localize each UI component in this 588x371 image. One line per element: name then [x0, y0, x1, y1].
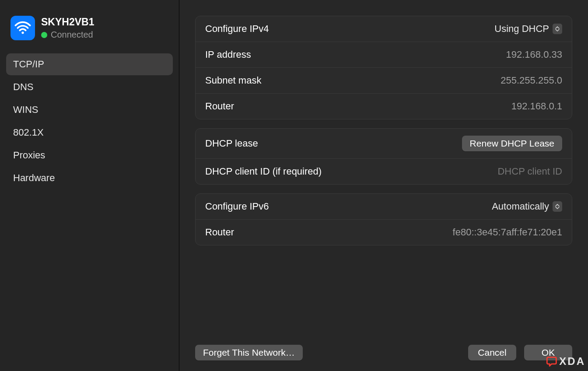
- row-dhcp-lease: DHCP lease Renew DHCP Lease: [196, 129, 572, 158]
- ok-button[interactable]: OK: [524, 345, 572, 360]
- configure-ipv4-popup[interactable]: Using DHCP: [494, 23, 562, 35]
- configure-ipv6-value: Automatically: [492, 201, 549, 212]
- main-content: Configure IPv4 Using DHCP IP address 192…: [179, 0, 588, 371]
- router-ipv4-label: Router: [205, 101, 234, 112]
- window: SKYH2VB1 Connected TCP/IP DNS WINS 802.1…: [0, 0, 588, 371]
- row-router-ipv4: Router 192.168.0.1: [196, 93, 572, 119]
- chevron-updown-icon: [553, 24, 562, 34]
- nav-item-tcpip[interactable]: TCP/IP: [6, 53, 173, 75]
- subnet-mask-label: Subnet mask: [205, 75, 261, 86]
- router-ipv6-label: Router: [205, 227, 234, 238]
- configure-ipv6-popup[interactable]: Automatically: [492, 201, 562, 212]
- row-ip-address: IP address 192.168.0.33: [196, 42, 572, 67]
- wifi-icon: [10, 16, 35, 40]
- row-configure-ipv4: Configure IPv4 Using DHCP: [196, 16, 572, 42]
- footer-bar: Forget This Network… Cancel OK: [195, 334, 572, 360]
- row-configure-ipv6: Configure IPv6 Automatically: [196, 194, 572, 219]
- ipv6-card: Configure IPv6 Automatically Router fe80…: [195, 193, 572, 245]
- nav-label: Proxies: [13, 150, 45, 161]
- dhcp-card: DHCP lease Renew DHCP Lease DHCP client …: [195, 128, 572, 185]
- router-ipv4-value: 192.168.0.1: [511, 101, 562, 112]
- nav-item-dns[interactable]: DNS: [6, 76, 173, 98]
- forget-network-button[interactable]: Forget This Network…: [195, 345, 303, 360]
- nav-item-8021x[interactable]: 802.1X: [6, 122, 173, 144]
- footer-right: Cancel OK: [468, 345, 572, 360]
- svg-point-0: [21, 32, 24, 34]
- nav-item-proxies[interactable]: Proxies: [6, 144, 173, 166]
- ip-address-value: 192.168.0.33: [506, 49, 562, 60]
- cancel-button[interactable]: Cancel: [468, 345, 516, 360]
- network-name: SKYH2VB1: [41, 16, 94, 28]
- nav-label: TCP/IP: [13, 59, 44, 70]
- nav-label: Hardware: [13, 172, 55, 183]
- nav-item-hardware[interactable]: Hardware: [6, 167, 173, 189]
- ip-address-label: IP address: [205, 49, 251, 60]
- nav-label: 802.1X: [13, 127, 44, 138]
- network-header: SKYH2VB1 Connected: [6, 5, 173, 48]
- connection-status-label: Connected: [51, 30, 93, 40]
- renew-dhcp-lease-button[interactable]: Renew DHCP Lease: [462, 136, 562, 151]
- configure-ipv4-value: Using DHCP: [494, 23, 549, 35]
- subnet-mask-value: 255.255.255.0: [500, 75, 562, 86]
- connection-status: Connected: [41, 30, 94, 40]
- nav-label: DNS: [13, 81, 33, 92]
- router-ipv6-value: fe80::3e45:7aff:fe71:20e1: [453, 227, 562, 238]
- row-router-ipv6: Router fe80::3e45:7aff:fe71:20e1: [196, 219, 572, 245]
- ipv4-card: Configure IPv4 Using DHCP IP address 192…: [195, 16, 572, 119]
- dhcp-lease-label: DHCP lease: [205, 138, 258, 149]
- dhcp-client-id-input[interactable]: [431, 166, 562, 177]
- row-dhcp-client-id: DHCP client ID (if required): [196, 158, 572, 184]
- chevron-updown-icon: [553, 201, 562, 212]
- configure-ipv4-label: Configure IPv4: [205, 23, 269, 35]
- nav-label: WINS: [13, 104, 38, 115]
- nav-item-wins[interactable]: WINS: [6, 99, 173, 121]
- dhcp-client-id-label: DHCP client ID (if required): [205, 166, 322, 177]
- status-dot-icon: [41, 32, 47, 38]
- row-subnet-mask: Subnet mask 255.255.255.0: [196, 67, 572, 93]
- nav-list: TCP/IP DNS WINS 802.1X Proxies Hardware: [6, 53, 173, 189]
- sidebar: SKYH2VB1 Connected TCP/IP DNS WINS 802.1…: [0, 0, 179, 371]
- configure-ipv6-label: Configure IPv6: [205, 201, 269, 212]
